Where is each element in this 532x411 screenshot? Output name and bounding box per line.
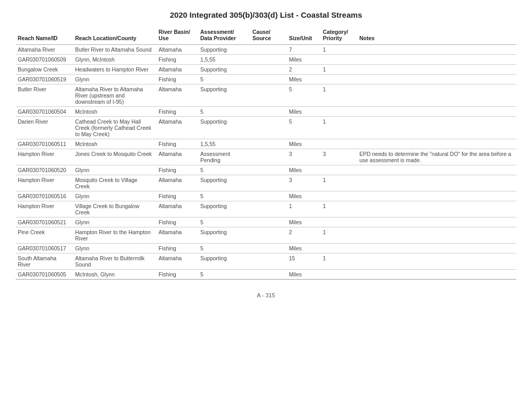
cell-reach_name: GAR030701060505: [16, 270, 73, 280]
col-header-cause: Cause/ Source: [250, 27, 287, 45]
cell-river_basin: Altamaha: [156, 227, 198, 244]
cell-cause_source: [250, 165, 287, 175]
cell-cause_source: [250, 244, 287, 253]
cell-reach_location: McIntosh: [73, 107, 156, 117]
cell-assessment: 1,5,55: [198, 139, 250, 149]
col-header-notes: Notes: [357, 27, 516, 45]
cell-river_basin: Fishing: [156, 191, 198, 201]
cell-category_priority: [321, 75, 357, 84]
cell-reach_name: GAR030701060516: [16, 191, 73, 201]
cell-reach_location: Glynn: [73, 191, 156, 201]
cell-reach_location: Glynn, McIntosh: [73, 55, 156, 65]
cell-size_unit: Miles: [287, 217, 321, 227]
cell-category_priority: [321, 165, 357, 175]
col-header-size: Size/Unit: [287, 27, 321, 45]
cell-category_priority: [321, 217, 357, 227]
cell-size_unit: 15: [287, 253, 321, 270]
table-row: Altamaha RiverButler River to Altamaha S…: [16, 45, 516, 55]
cell-reach_name: GAR030701060511: [16, 139, 73, 149]
cell-notes: [357, 65, 516, 75]
cell-river_basin: Altamaha: [156, 84, 198, 107]
table-row: GAR030701060521GlynnFishing5Miles: [16, 217, 516, 227]
cell-reach_name: South Altamaha River: [16, 253, 73, 270]
cell-reach_location: Jones Creek to Mosquito Creek: [73, 149, 156, 165]
cell-size_unit: Miles: [287, 107, 321, 117]
cell-reach_name: GAR030701060509: [16, 55, 73, 65]
cell-notes: [357, 75, 516, 84]
table-row: GAR030701060519GlynnFishing5Miles: [16, 75, 516, 84]
cell-reach_location: Headwaters to Hampton River: [73, 65, 156, 75]
cell-assessment: Supporting: [198, 201, 250, 217]
table-row: Hampton RiverJones Creek to Mosquito Cre…: [16, 149, 516, 165]
table-row: Hampton RiverVillage Creek to Bungalow C…: [16, 201, 516, 217]
cell-size_unit: 1: [287, 201, 321, 217]
table-row: GAR030701060511McIntoshFishing1,5,55Mile…: [16, 139, 516, 149]
cell-reach_name: GAR030701060520: [16, 165, 73, 175]
page-title: 2020 Integrated 305(b)/303(d) List - Coa…: [16, 10, 516, 19]
cell-assessment: 5: [198, 75, 250, 84]
cell-cause_source: [250, 191, 287, 201]
cell-assessment: 5: [198, 107, 250, 117]
cell-cause_source: [250, 45, 287, 55]
cell-size_unit: Miles: [287, 244, 321, 253]
cell-reach_location: Butler River to Altamaha Sound: [73, 45, 156, 55]
table-row: GAR030701060520GlynnFishing5Miles: [16, 165, 516, 175]
table-row: Butler RiverAltamaha River to Altamaha R…: [16, 84, 516, 107]
table-row: GAR030701060509Glynn, McIntoshFishing1,5…: [16, 55, 516, 65]
cell-reach_name: Hampton River: [16, 175, 73, 191]
cell-river_basin: Altamaha: [156, 253, 198, 270]
cell-assessment: Supporting: [198, 84, 250, 107]
col-header-reach: Reach Name/ID: [16, 27, 73, 45]
cell-size_unit: 7: [287, 45, 321, 55]
col-header-assessment: Assessment/ Data Provider: [198, 27, 250, 45]
cell-category_priority: [321, 244, 357, 253]
cell-category_priority: 1: [321, 175, 357, 191]
cell-reach_name: Hampton River: [16, 149, 73, 165]
cell-notes: [357, 201, 516, 217]
cell-river_basin: Altamaha: [156, 45, 198, 55]
cell-cause_source: [250, 84, 287, 107]
cell-assessment: Supporting: [198, 117, 250, 139]
cell-assessment: 5: [198, 270, 250, 280]
cell-size_unit: Miles: [287, 139, 321, 149]
cell-category_priority: [321, 139, 357, 149]
cell-reach_location: Mosquito Creek to Village Creek: [73, 175, 156, 191]
cell-reach_name: GAR030701060504: [16, 107, 73, 117]
table-row: Pine CreekHampton River to the Hampton R…: [16, 227, 516, 244]
cell-cause_source: [250, 201, 287, 217]
cell-river_basin: Altamaha: [156, 175, 198, 191]
table-row: GAR030701060517GlynnFishing5Miles: [16, 244, 516, 253]
cell-river_basin: Altamaha: [156, 149, 198, 165]
cell-category_priority: [321, 191, 357, 201]
cell-notes: [357, 244, 516, 253]
cell-reach_name: GAR030701060517: [16, 244, 73, 253]
cell-reach_location: Hampton River to the Hampton River: [73, 227, 156, 244]
cell-notes: [357, 107, 516, 117]
cell-assessment: 1,5,55: [198, 55, 250, 65]
cell-size_unit: 2: [287, 227, 321, 244]
cell-category_priority: 3: [321, 149, 357, 165]
cell-notes: [357, 139, 516, 149]
cell-notes: [357, 45, 516, 55]
cell-category_priority: 1: [321, 227, 357, 244]
cell-river_basin: Altamaha: [156, 201, 198, 217]
cell-category_priority: 1: [321, 65, 357, 75]
cell-reach_name: Butler River: [16, 84, 73, 107]
cell-notes: [357, 270, 516, 280]
cell-cause_source: [250, 117, 287, 139]
cell-size_unit: Miles: [287, 165, 321, 175]
cell-reach_location: Altamaha River to Buttermilk Sound: [73, 253, 156, 270]
cell-reach_name: Pine Creek: [16, 227, 73, 244]
cell-size_unit: 5: [287, 117, 321, 139]
table-row: GAR030701060504McIntoshFishing5Miles: [16, 107, 516, 117]
cell-notes: [357, 217, 516, 227]
cell-assessment: Supporting: [198, 45, 250, 55]
cell-assessment: Supporting: [198, 227, 250, 244]
cell-size_unit: Miles: [287, 191, 321, 201]
cell-cause_source: [250, 55, 287, 65]
cell-cause_source: [250, 175, 287, 191]
table-row: GAR030701060505McIntosh, GlynnFishing5Mi…: [16, 270, 516, 280]
cell-river_basin: Fishing: [156, 270, 198, 280]
cell-category_priority: 1: [321, 84, 357, 107]
cell-reach_name: Hampton River: [16, 201, 73, 217]
